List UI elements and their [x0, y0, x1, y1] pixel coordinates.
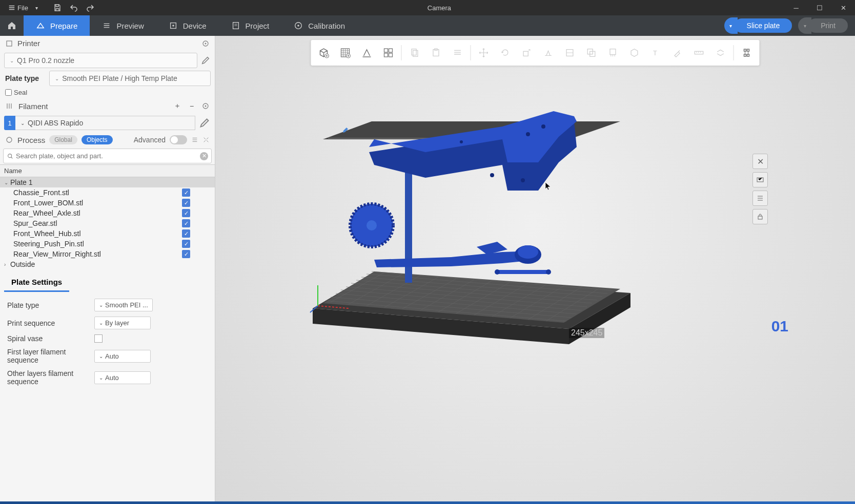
object-name: Spur_Gear.stl	[13, 219, 182, 227]
add-plate-tool[interactable]	[335, 42, 356, 64]
measure-tool	[688, 42, 710, 64]
seal-checkbox[interactable]	[5, 89, 12, 96]
plate-settings-header: Plate Settings	[4, 274, 69, 292]
object-name: Rear_View_Mirror_Right.stl	[13, 250, 182, 258]
setting-spiral-vase-checkbox[interactable]	[94, 334, 103, 343]
object-visible-checkbox[interactable]: ✓	[182, 219, 190, 227]
chevron-down-icon: ⌄	[55, 76, 59, 81]
object-visible-checkbox[interactable]: ✓	[182, 209, 190, 217]
advanced-toggle[interactable]	[170, 135, 187, 144]
home-tab[interactable]	[0, 15, 24, 36]
close-button[interactable]: ✕	[831, 0, 855, 15]
device-tab[interactable]: Device	[156, 15, 219, 36]
expand-icon[interactable]	[202, 136, 210, 143]
calibration-tab[interactable]: Calibration	[281, 15, 357, 36]
move-tool	[473, 42, 495, 64]
filament-chip-number[interactable]: 1	[4, 116, 15, 130]
search-icon	[7, 153, 14, 160]
setting-print-seq-value: By layer	[105, 319, 129, 327]
object-row[interactable]: Rear_Wheel_Axle.stl✓	[0, 208, 215, 218]
slice-dropdown-chevron[interactable]: ▾	[724, 17, 738, 34]
object-visible-checkbox[interactable]: ✓	[182, 188, 190, 197]
setting-other-layers-select[interactable]: ⌄Auto	[94, 371, 151, 384]
printer-select[interactable]: ⌄ Q1 Pro 0.2 nozzle	[4, 53, 197, 68]
file-label: File	[17, 4, 28, 12]
file-menu[interactable]: File	[4, 2, 32, 14]
svg-point-9	[205, 106, 207, 107]
svg-rect-77	[497, 270, 548, 274]
filament-remove-icon[interactable]: −	[187, 101, 196, 111]
filament-edit-icon[interactable]	[198, 117, 211, 129]
prepare-tab[interactable]: Prepare	[24, 15, 90, 36]
seal-label: Seal	[14, 89, 27, 96]
titlebar: File ▾ Camera ─ ☐ ✕	[0, 0, 855, 15]
meshbool-tool	[581, 42, 602, 64]
object-row[interactable]: Front_Wheel_Hub.stl✓	[0, 228, 215, 239]
vp-plate-settings-icon[interactable]	[752, 172, 768, 187]
object-visible-checkbox[interactable]: ✓	[182, 250, 190, 258]
printer-settings-icon[interactable]	[201, 39, 210, 48]
plate-number-label: 01	[771, 318, 788, 335]
add-cube-tool[interactable]	[313, 42, 335, 64]
svg-rect-27	[610, 49, 616, 55]
save-icon[interactable]	[53, 4, 62, 12]
calibration-label: Calibration	[308, 22, 345, 30]
print-button[interactable]: Print	[808, 18, 848, 33]
filament-section-title: Filament	[18, 102, 168, 111]
slice-plate-button[interactable]: Slice plate	[735, 18, 792, 33]
setting-print-seq-select[interactable]: ⌄By layer	[94, 317, 151, 329]
paint-tool	[667, 42, 688, 64]
svg-point-74	[367, 220, 377, 230]
svg-rect-29	[695, 51, 703, 54]
prepare-label: Prepare	[50, 22, 77, 30]
plate-row[interactable]: ⌄ Plate 1	[0, 177, 215, 187]
project-tab[interactable]: Project	[219, 15, 282, 36]
process-global-pill[interactable]: Global	[49, 135, 77, 144]
arrange-tool[interactable]	[378, 42, 399, 64]
vp-lock-icon[interactable]	[752, 209, 768, 224]
preview-tab[interactable]: Preview	[90, 15, 156, 36]
undo-icon[interactable]	[70, 4, 78, 12]
svg-point-10	[7, 137, 12, 142]
filament-select[interactable]: ⌄QIDI ABS Rapido	[15, 116, 195, 130]
svg-point-11	[8, 154, 12, 157]
object-row[interactable]: Spur_Gear.stl✓	[0, 218, 215, 228]
vp-object-list-icon[interactable]	[752, 191, 768, 206]
search-input[interactable]	[14, 150, 200, 162]
setting-other-layers-value: Auto	[105, 374, 119, 382]
vp-close-plate-icon[interactable]: ✕	[752, 154, 768, 169]
minimize-button[interactable]: ─	[784, 0, 808, 15]
object-visible-checkbox[interactable]: ✓	[182, 240, 190, 248]
3d-viewport[interactable]: T ✕	[215, 36, 855, 504]
list-icon[interactable]	[191, 136, 198, 143]
setting-plate-type-select[interactable]: ⌄Smooth PEI ...	[94, 299, 153, 311]
svg-point-4	[297, 25, 299, 27]
printer-section-header: Printer	[0, 36, 215, 51]
maximize-button[interactable]: ☐	[808, 0, 831, 15]
object-row[interactable]: Rear_View_Mirror_Right.stl✓	[0, 249, 215, 259]
object-row[interactable]: Front_Lower_BOM.stl✓	[0, 198, 215, 208]
object-name: Rear_Wheel_Axle.stl	[13, 209, 182, 217]
search-box[interactable]: ✕	[3, 149, 212, 163]
object-row[interactable]: Steering_Push_Pin.stl✓	[0, 239, 215, 249]
assembly-tool	[710, 42, 731, 64]
chevron-down-icon: ⌄	[21, 120, 25, 126]
outside-row[interactable]: ›Outside	[0, 259, 215, 269]
object-row[interactable]: Chassie_Front.stl✓	[0, 187, 215, 198]
filament-icon	[5, 102, 13, 110]
object-visible-checkbox[interactable]: ✓	[182, 229, 190, 238]
file-dropdown-chevron[interactable]: ▾	[35, 5, 38, 11]
filament-settings-icon[interactable]	[201, 102, 210, 110]
object-visible-checkbox[interactable]: ✓	[182, 199, 190, 207]
printer-edit-icon[interactable]	[200, 55, 211, 66]
variable-height-tool[interactable]	[736, 42, 758, 64]
orient-tool[interactable]	[356, 42, 378, 64]
slice-label: Slice plate	[747, 22, 780, 30]
search-clear-icon[interactable]: ✕	[200, 152, 208, 160]
filament-add-icon[interactable]: ＋	[173, 101, 182, 111]
setting-first-layer-value: Auto	[105, 352, 119, 360]
process-objects-pill[interactable]: Objects	[82, 135, 113, 144]
redo-icon[interactable]	[86, 4, 94, 12]
setting-first-layer-select[interactable]: ⌄Auto	[94, 350, 151, 363]
plate-type-select[interactable]: ⌄ Smooth PEI Plate / High Temp Plate	[49, 71, 211, 86]
